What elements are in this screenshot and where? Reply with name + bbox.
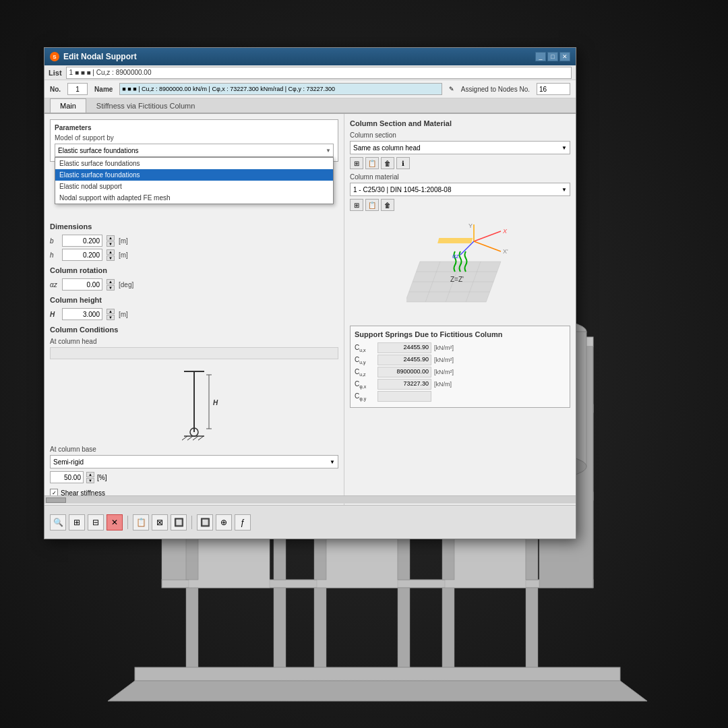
toolbar-btn-7[interactable]: 🔲 [171, 514, 187, 530]
toolbar-btn-1[interactable]: 🔍 [50, 514, 66, 530]
model-dropdown-container: Elastic surface foundations ▼ Elastic su… [55, 144, 334, 157]
tab-bar: Main Stiffness via Fictitious Column [44, 98, 576, 114]
close-button[interactable]: ✕ [559, 52, 570, 61]
az-field[interactable] [62, 278, 102, 291]
H-field[interactable] [62, 308, 102, 320]
dropdown-option-1[interactable]: Elastic surface foundations [55, 158, 333, 169]
spin-up-az-icon[interactable]: ▲ [107, 279, 115, 284]
dim-h-spinner[interactable]: ▲ ▼ [107, 249, 115, 261]
col-material-dropdown[interactable]: 1 - C25/30 | DIN 1045-1:2008-08 ▼ [350, 183, 570, 196]
name-label: Name [94, 86, 113, 93]
model-dropdown[interactable]: Elastic surface foundations ▼ [55, 144, 334, 157]
dropdown-option-4[interactable]: Nodal support with adapted FE mesh [55, 192, 333, 204]
scrollbar-horizontal[interactable] [44, 495, 576, 504]
section-icon-3[interactable]: 🗑 [381, 157, 394, 169]
spin-down-H-icon[interactable]: ▼ [107, 315, 115, 320]
svg-rect-36 [135, 667, 620, 681]
scrollbar-thumb[interactable] [46, 497, 66, 503]
window-title: Edit Nodal Support [63, 52, 531, 61]
spin-up-icon[interactable]: ▲ [107, 235, 115, 241]
svg-text:X': X' [503, 248, 508, 255]
toolbar-btn-10[interactable]: ƒ [235, 514, 251, 530]
svg-rect-14 [274, 588, 286, 667]
dims-label: Dimensions [50, 222, 338, 231]
no-field[interactable] [67, 83, 88, 95]
tab-main[interactable]: Main [50, 98, 86, 113]
dropdown-option-3[interactable]: Elastic nodal support [55, 181, 333, 192]
col-base-section: At column base Semi-rigid ▼ ▲ ▼ [%] [50, 446, 338, 483]
section-icon-2[interactable]: 📋 [365, 157, 379, 169]
svg-rect-8 [317, 539, 398, 588]
toolbar-btn-3[interactable]: ⊟ [88, 514, 104, 530]
spin-down-icon[interactable]: ▼ [107, 241, 115, 247]
section-icon-1[interactable]: ⊞ [350, 157, 363, 169]
dim-b-field[interactable] [62, 235, 102, 247]
spring-unit-2: [kN/m²] [434, 369, 454, 375]
spin-down-az-icon[interactable]: ▼ [107, 285, 115, 291]
az-label: αz [50, 281, 58, 289]
maximize-button[interactable]: □ [547, 52, 558, 61]
col-section-material: Column Section and Material Column secti… [350, 119, 570, 211]
percent-field[interactable] [50, 471, 84, 483]
dim-b-spinner[interactable]: ▲ ▼ [107, 235, 115, 247]
params-box: Parameters Model of support by Elastic s… [50, 119, 338, 162]
spin-down-pct-icon[interactable]: ▼ [86, 478, 94, 483]
dropdown-popup: Elastic surface foundations Elastic surf… [55, 157, 334, 204]
name-field[interactable] [119, 83, 442, 95]
at-head-label: At column head [50, 338, 338, 345]
spring-label-4: Cφ,y [355, 392, 375, 401]
svg-line-45 [198, 436, 204, 440]
edit-icon[interactable]: ✎ [449, 86, 454, 92]
right-panel: Column Section and Material Column secti… [344, 114, 576, 530]
left-panel: Parameters Model of support by Elastic s… [44, 114, 344, 530]
coord-diagram: X X' Y αz Z=Z' [350, 218, 570, 319]
base-select[interactable]: Semi-rigid ▼ [50, 455, 338, 468]
col-section-value: Same as column head [353, 144, 421, 152]
col-section-dropdown[interactable]: Same as column head ▼ [350, 141, 570, 154]
col-height-section: Column height H ▲ ▼ [m] [50, 296, 338, 320]
az-spinner[interactable]: ▲ ▼ [107, 279, 115, 291]
no-label: No. [50, 86, 61, 93]
tab-stiffness[interactable]: Stiffness via Fictitious Column [86, 98, 206, 113]
svg-rect-16 [398, 588, 410, 667]
toolbar-btn-5[interactable]: 📋 [133, 514, 149, 530]
toolbar-delete-btn[interactable]: ✕ [107, 514, 123, 530]
col-section-title: Column Section and Material [350, 119, 570, 127]
dim-h-field[interactable] [62, 249, 102, 261]
spring-row-4: Cφ,y [355, 391, 566, 402]
material-icon-2[interactable]: 📋 [365, 199, 379, 211]
col-rotation-section: Column rotation αz ▲ ▼ [deg] [50, 266, 338, 291]
H-label: H [50, 311, 58, 318]
svg-text:X: X [502, 228, 508, 235]
toolbar-btn-9[interactable]: ⊕ [216, 514, 232, 530]
toolbar-btn-2[interactable]: ⊞ [69, 514, 85, 530]
percent-spinner[interactable]: ▲ ▼ [86, 472, 94, 483]
spin-up-h-icon[interactable]: ▲ [107, 249, 115, 255]
assigned-field[interactable] [537, 83, 570, 95]
material-icon-3[interactable]: 🗑 [381, 199, 394, 211]
toolbar-sep-2 [191, 516, 192, 529]
spring-row-0: Cu,x 24455.90 [kN/m²] [355, 342, 566, 353]
toolbar-btn-8[interactable]: 🔲 [197, 514, 213, 530]
spring-label-1: Cu,y [355, 356, 375, 365]
spring-unit-3: [kN/m] [434, 381, 452, 388]
minimize-button[interactable]: _ [535, 52, 546, 61]
spin-up-H-icon[interactable]: ▲ [107, 309, 115, 314]
svg-text:αz: αz [452, 253, 459, 260]
spin-down-h-icon[interactable]: ▼ [107, 255, 115, 261]
section-icon-row: ⊞ 📋 🗑 ℹ [350, 157, 570, 169]
material-icon-1[interactable]: ⊞ [350, 199, 363, 211]
spin-up-pct-icon[interactable]: ▲ [86, 472, 94, 477]
list-panel: List 1 ■ ■ ■ | Cu,z : 8900000.00 [44, 65, 576, 80]
toolbar-sep-1 [127, 516, 128, 529]
springs-section: Support Springs Due to Fictitious Column… [350, 326, 570, 408]
svg-line-44 [193, 436, 198, 440]
H-spinner[interactable]: ▲ ▼ [107, 309, 115, 320]
dim-b-label: b [50, 237, 58, 245]
spring-row-3: Cφ,x 73227.30 [kN/m] [355, 379, 566, 390]
section-info-icon[interactable]: ℹ [396, 157, 410, 169]
col-conditions: Column Conditions At column head [50, 326, 338, 359]
toolbar-btn-6[interactable]: ⊠ [152, 514, 168, 530]
dropdown-option-2[interactable]: Elastic surface foundations [55, 169, 333, 181]
list-item[interactable]: 1 ■ ■ ■ | Cu,z : 8900000.00 [66, 67, 572, 79]
